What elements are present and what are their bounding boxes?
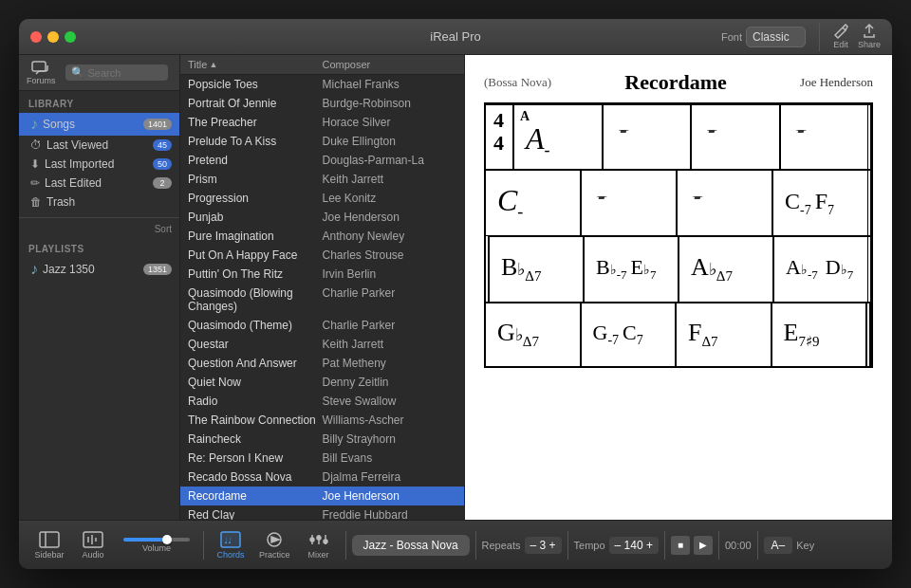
font-selector: Font Classic — [721, 27, 806, 47]
sheet-area: (Bossa Nova) Recordame Joe Henderson 4 4… — [465, 55, 892, 520]
repeats-group: Repeats – 3 + — [482, 537, 562, 554]
edit-button[interactable]: Edit — [833, 24, 848, 49]
chord-cell-slash-5: 𝄻 — [678, 171, 773, 235]
song-row-pretend[interactable]: Pretend Douglas-Parman-La — [180, 151, 464, 170]
chord-Gm7: G-7 — [593, 321, 620, 348]
key-display[interactable]: A– — [764, 537, 793, 554]
traffic-lights — [30, 31, 76, 43]
last-viewed-label: Last Viewed — [46, 138, 148, 152]
sidebar-item-last-edited[interactable]: ✏ Last Edited 2 — [19, 174, 179, 193]
chord-FM7: FΔ7 — [688, 319, 718, 350]
song-row-portrait[interactable]: Portrait Of Jennie Burdge-Robinson — [180, 94, 464, 113]
song-row-puttin-ritz[interactable]: Puttin' On The Ritz Irvin Berlin — [180, 265, 464, 284]
chords-button[interactable]: ♩♩ Chords — [210, 527, 251, 563]
sidebar-toggle-button[interactable]: Sidebar — [28, 527, 70, 563]
share-button[interactable]: Share — [858, 24, 881, 49]
chord-Bbm7: B♭-7 — [596, 255, 627, 283]
song-row-progression[interactable]: Progression Lee Konitz — [180, 189, 464, 208]
song-row-pure-imagination[interactable]: Pure Imagination Anthony Newley — [180, 227, 464, 246]
sidebar: Forums 🔍 Library ♪ Songs 1401 ⏱ — [19, 55, 180, 520]
chord-Db7: D♭7 — [826, 255, 853, 283]
song-row-quasimodo-theme[interactable]: Quasimodo (Theme) Charlie Parker — [180, 316, 464, 335]
volume-knob[interactable] — [162, 535, 172, 544]
practice-button[interactable]: Practice — [253, 527, 296, 563]
svg-rect-0 — [32, 62, 46, 71]
tempo-value: – 140 + — [615, 539, 653, 552]
chord-row-1: 4 4 A A- 𝄻 𝄻 — [484, 102, 873, 169]
song-row-raincheck[interactable]: Raincheck Billy Strayhorn — [180, 430, 464, 449]
song-row-recordame[interactable]: Recordame Joe Henderson — [180, 487, 464, 505]
chord-cell-BbM7: B♭Δ7 — [490, 237, 585, 302]
last-edited-label: Last Edited — [45, 176, 148, 190]
tempo-control[interactable]: – 140 + — [609, 537, 659, 554]
search-input[interactable] — [88, 67, 162, 79]
song-row-preacher[interactable]: The Preacher Horace Silver — [180, 113, 464, 132]
volume-label: Volume — [142, 543, 171, 553]
song-row-question-answer[interactable]: Question And Answer Pat Metheny — [180, 354, 464, 373]
songs-list: Popsicle Toes Michael Franks Portrait Of… — [180, 75, 464, 520]
pencil-icon: ✏ — [30, 176, 40, 190]
song-row-punjab[interactable]: Punjab Joe Henderson — [180, 208, 464, 227]
song-row-popsicle-toes[interactable]: Popsicle Toes Michael Franks — [180, 75, 464, 94]
song-row-recado[interactable]: Recado Bossa Nova Djalma Ferreira — [180, 468, 464, 487]
playlist-icon: ♪ — [30, 261, 38, 278]
forums-button[interactable]: Forums — [27, 61, 56, 85]
chord-cell-Am: A A- — [514, 105, 604, 169]
titlebar: iReal Pro Font Classic Edit — [19, 19, 892, 55]
sidebar-item-songs[interactable]: ♪ Songs 1401 — [19, 113, 179, 136]
library-header: Library — [19, 97, 179, 113]
sort-label: Sort — [155, 224, 172, 234]
close-button[interactable] — [30, 31, 42, 43]
svg-text:♩♩: ♩♩ — [224, 536, 232, 545]
song-row-red-clay[interactable]: Red Clay Freddie Hubbard — [180, 505, 464, 520]
minimize-button[interactable] — [47, 31, 59, 43]
sidebar-item-last-imported[interactable]: ⬇ Last Imported 50 — [19, 155, 179, 174]
song-row-happy-face[interactable]: Put On A Happy Face Charles Strouse — [180, 246, 464, 265]
sidebar-item-jazz[interactable]: ♪ Jazz 1350 1351 — [19, 258, 179, 281]
last-edited-badge: 2 — [153, 177, 172, 189]
share-label: Share — [858, 40, 881, 49]
sheet-title-row: (Bossa Nova) Recordame Joe Henderson — [484, 70, 873, 95]
chord-row-2: C- 𝄻 𝄻 C-7 F7 — [484, 169, 873, 235]
repeats-control[interactable]: – 3 + — [525, 537, 562, 554]
font-dropdown-wrapper[interactable]: Classic — [746, 27, 806, 47]
font-dropdown[interactable]: Classic — [746, 27, 806, 47]
bottom-toolbar: Sidebar Audio Volume ♩♩ Chords — [19, 520, 892, 569]
sidebar-item-last-viewed[interactable]: ⏱ Last Viewed 45 — [19, 136, 179, 155]
svg-point-13 — [317, 536, 321, 540]
song-row-re-person[interactable]: Re: Person I Knew Bill Evans — [180, 449, 464, 468]
style-display[interactable]: Jazz - Bossa Nova — [352, 535, 470, 556]
sort-row: Sort — [19, 222, 179, 236]
song-row-quasimodo-blowing[interactable]: Quasimodo (Blowing Changes) Charlie Park… — [180, 284, 464, 316]
chord-cell-AbM7: A♭Δ7 — [679, 237, 774, 302]
chord-cell-slash-4: 𝄻 — [582, 171, 678, 235]
chord-cell-Cm: C- — [486, 171, 582, 235]
song-row-prism[interactable]: Prism Keith Jarrett — [180, 170, 464, 189]
sidebar-item-trash[interactable]: 🗑 Trash — [19, 193, 179, 211]
chord-cell-Abm7-Db7: A♭-7 D♭7 — [774, 237, 871, 302]
play-button[interactable]: ▶ — [694, 536, 713, 555]
trash-label: Trash — [46, 195, 172, 209]
maximize-button[interactable] — [65, 31, 76, 43]
section-a-marker: A — [520, 109, 530, 124]
audio-button[interactable]: Audio — [72, 527, 114, 563]
songs-badge: 1401 — [143, 119, 172, 130]
mixer-button[interactable]: Mixer — [298, 527, 340, 563]
chord-Cm: C- — [497, 183, 523, 222]
clock-icon: ⏱ — [30, 138, 42, 152]
song-row-questar[interactable]: Questar Keith Jarrett — [180, 335, 464, 354]
song-row-radio[interactable]: Radio Steve Swallow — [180, 392, 464, 411]
sheet-composer: Joe Henderson — [800, 75, 873, 90]
audio-label: Audio — [82, 550, 103, 560]
chord-Abm7: A♭-7 — [786, 255, 818, 283]
chord-C7: C7 — [623, 321, 643, 348]
song-row-prelude[interactable]: Prelude To A Kiss Duke Ellington — [180, 132, 464, 151]
last-imported-label: Last Imported — [45, 157, 148, 171]
chord-row-4: G♭Δ7 G-7 C7 FΔ7 E7♯9 — [484, 302, 873, 368]
library-section: Library ♪ Songs 1401 ⏱ Last Viewed 45 ⬇ … — [19, 91, 179, 213]
song-row-quiet-now[interactable]: Quiet Now Denny Zeitlin — [180, 373, 464, 392]
stop-button[interactable]: ■ — [671, 536, 690, 555]
volume-slider[interactable] — [123, 538, 190, 542]
song-row-rainbow[interactable]: The Rainbow Connection Williams-Ascher — [180, 411, 464, 430]
last-imported-badge: 50 — [153, 158, 172, 170]
